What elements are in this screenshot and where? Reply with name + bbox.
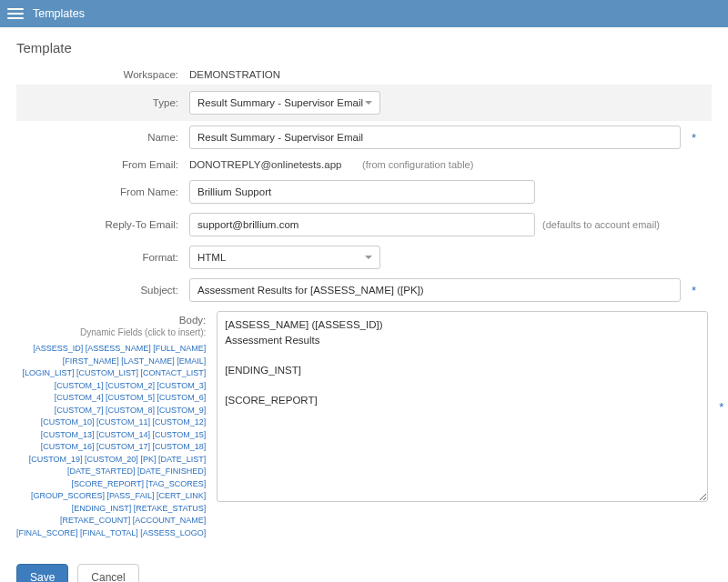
dynamic-field-token[interactable]: [CUSTOM_8] (106, 406, 155, 415)
save-button[interactable]: Save (16, 564, 68, 582)
label-dynamic-fields: Dynamic Fields (click to insert): (16, 327, 206, 337)
dynamic-field-token[interactable]: [ASSESS_LOGO] (140, 528, 206, 537)
dynamic-field-token[interactable]: [CUSTOM_6] (157, 393, 206, 402)
menu-icon[interactable] (7, 5, 24, 22)
label-from-name: From Name: (16, 186, 189, 197)
dynamic-field-token[interactable]: [DATE_FINISHED] (137, 467, 206, 476)
label-from-email: From Email: (16, 159, 189, 170)
dynamic-field-token[interactable]: [PK] (140, 455, 156, 464)
required-marker: * (719, 400, 723, 414)
label-reply-to: Reply-To Email: (16, 219, 189, 230)
dynamic-field-token[interactable]: [CUSTOM_10] (41, 417, 95, 426)
page-title: Template (16, 40, 712, 55)
topbar: Templates (0, 0, 728, 27)
dynamic-field-token[interactable]: [CUSTOM_17] (96, 442, 150, 451)
dynamic-field-token[interactable]: [CUSTOM_4] (55, 393, 104, 402)
format-select[interactable]: HTML (189, 246, 380, 269)
dynamic-field-token[interactable]: [FINAL_SCORE] (16, 528, 78, 537)
dynamic-field-token[interactable]: [TAG_SCORES] (146, 479, 206, 488)
row-subject: Subject: * (16, 274, 712, 306)
dynamic-field-token[interactable]: [CUSTOM_5] (106, 393, 155, 402)
dynamic-field-token[interactable]: [FULL_NAME] (153, 344, 206, 353)
row-from-name: From Name: (16, 176, 712, 208)
workspace-value: DEMONSTRATION (189, 69, 280, 80)
chevron-down-icon (365, 256, 372, 259)
dynamic-field-token[interactable]: [DATE_STARTED] (67, 467, 136, 476)
dynamic-field-token[interactable]: [CUSTOM_LIST] (76, 368, 138, 377)
label-type: Type: (16, 97, 189, 108)
row-reply-to: Reply-To Email: (defaults to account ema… (16, 208, 712, 241)
dynamic-field-token[interactable]: [ENDING_INST] (72, 504, 132, 513)
dynamic-field-token[interactable]: [CUSTOM_20] (85, 455, 138, 464)
dynamic-field-token[interactable]: [CUSTOM_19] (29, 455, 83, 464)
required-marker: * (692, 131, 696, 145)
dynamic-field-token[interactable]: [CUSTOM_7] (55, 406, 104, 415)
from-email-hint: (from configuration table) (362, 159, 473, 170)
label-subject: Subject: (16, 285, 189, 296)
dynamic-field-token[interactable]: [CERT_LINK] (157, 491, 206, 500)
label-body: Body: (179, 315, 206, 326)
label-format: Format: (16, 252, 189, 263)
dynamic-field-token[interactable]: [CUSTOM_9] (157, 406, 206, 415)
dynamic-field-token[interactable]: [EMAIL] (177, 356, 206, 366)
type-select-value: Result Summary - Supervisor Email (197, 97, 363, 108)
required-marker: * (692, 284, 696, 297)
dynamic-field-token[interactable]: [CUSTOM_14] (96, 430, 150, 439)
dynamic-field-token[interactable]: [CUSTOM_3] (157, 381, 206, 390)
dynamic-field-token[interactable]: [CUSTOM_12] (152, 417, 206, 426)
body-textarea[interactable] (217, 311, 708, 502)
dynamic-field-token[interactable]: [FINAL_TOTAL] (80, 528, 138, 537)
dynamic-field-token[interactable]: [CUSTOM_2] (106, 381, 155, 390)
dynamic-field-token[interactable]: [RETAKE_STATUS] (134, 504, 207, 513)
reply-to-hint: (defaults to account email) (542, 219, 660, 230)
dynamic-fields-list: [ASSESS_ID] [ASSESS_NAME] [FULL_NAME][FI… (16, 343, 206, 539)
dynamic-field-token[interactable]: [CUSTOM_1] (55, 381, 104, 390)
from-name-input[interactable] (189, 180, 535, 204)
dynamic-field-token[interactable]: [PASS_FAIL] (107, 491, 155, 500)
row-from-email: From Email: DONOTREPLY@onlinetests.app (… (16, 154, 712, 176)
dynamic-field-token[interactable]: [CUSTOM_16] (41, 442, 95, 451)
row-format: Format: HTML (16, 241, 712, 274)
page: Template Workspace: DEMONSTRATION Type: … (0, 27, 728, 553)
subject-input[interactable] (189, 278, 681, 302)
dynamic-field-token[interactable]: [FIRST_NAME] (63, 356, 119, 366)
dynamic-field-token[interactable]: [CONTACT_LIST] (140, 368, 206, 377)
dynamic-field-token[interactable]: [CUSTOM_11] (96, 417, 150, 426)
dynamic-field-token[interactable]: [ACCOUNT_NAME] (133, 516, 207, 525)
label-workspace: Workspace: (16, 69, 189, 80)
dynamic-field-token[interactable]: [CUSTOM_13] (41, 430, 95, 439)
row-name: Name: * (16, 121, 712, 154)
dynamic-field-token[interactable]: [DATE_LIST] (158, 455, 206, 464)
dynamic-field-token[interactable]: [SCORE_REPORT] (72, 479, 144, 488)
reply-to-input[interactable] (189, 213, 535, 236)
name-input[interactable] (189, 125, 681, 149)
dynamic-field-token[interactable]: [GROUP_SCORES] (31, 491, 105, 500)
dynamic-field-token[interactable]: [LAST_NAME] (121, 356, 175, 366)
row-workspace: Workspace: DEMONSTRATION (16, 65, 712, 85)
dynamic-field-token[interactable]: [RETAKE_COUNT] (60, 516, 130, 525)
dynamic-field-token[interactable]: [CUSTOM_15] (152, 430, 206, 439)
row-body: Body: Dynamic Fields (click to insert): … (16, 306, 712, 544)
dynamic-field-token[interactable]: [ASSESS_ID] (33, 344, 83, 353)
cancel-button[interactable]: Cancel (77, 564, 138, 582)
dynamic-field-token[interactable]: [LOGIN_LIST] (23, 368, 75, 377)
button-row: Save Cancel (0, 553, 728, 582)
type-select[interactable]: Result Summary - Supervisor Email (189, 91, 380, 115)
topbar-title: Templates (33, 7, 85, 20)
from-email-value: DONOTREPLY@onlinetests.app (189, 159, 341, 170)
label-name: Name: (16, 132, 189, 143)
dynamic-field-token[interactable]: [ASSESS_NAME] (86, 344, 151, 353)
format-select-value: HTML (197, 252, 226, 263)
dynamic-field-token[interactable]: [CUSTOM_18] (152, 442, 206, 451)
chevron-down-icon (365, 101, 372, 105)
row-type: Type: Result Summary - Supervisor Email (16, 85, 712, 121)
